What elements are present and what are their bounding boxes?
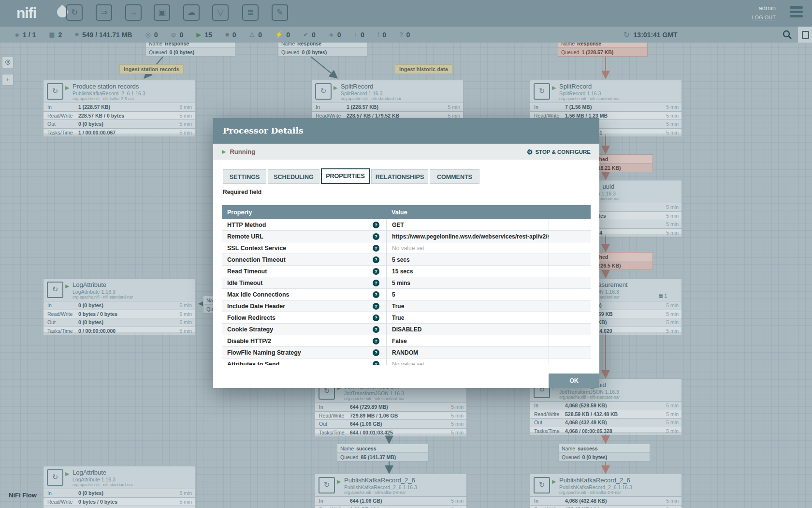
disabled-icon: ⚡ [275, 31, 283, 38]
table-row: Read Timeout?15 secs [222, 266, 591, 277]
processor-bundle: org.apache.nifi - nifi-standard-nar [559, 96, 620, 101]
property-value[interactable]: DISABLED [386, 324, 549, 335]
navigate-palette-button[interactable]: ◎ [2, 57, 14, 68]
table-row: Connection Timeout?5 secs [222, 254, 591, 266]
ok-button[interactable]: OK [549, 374, 599, 388]
new-template-button[interactable] [798, 27, 812, 43]
property-value[interactable]: True [386, 300, 549, 312]
required-field-note: Required field [223, 189, 261, 195]
refresh-icon[interactable]: ↻ [624, 30, 630, 39]
help-icon[interactable]: ? [373, 245, 379, 252]
status-queued: ≡549 / 141.71 MB [75, 31, 132, 39]
invalid-icon: ⚠ [249, 31, 255, 38]
input-port-icon[interactable]: ⇒ [96, 4, 112, 21]
help-icon[interactable]: ? [373, 256, 379, 263]
funnel-icon[interactable]: ▽ [212, 4, 229, 21]
remote-process-group-icon[interactable]: ☁ [183, 4, 200, 21]
nifi-logo: nifi [16, 4, 36, 22]
processor-title: PublishKafkaRecord_2_6 [559, 477, 630, 484]
tab-settings[interactable]: SETTINGS [223, 169, 266, 184]
tab-relationships[interactable]: RELATIONSHIPS [371, 169, 428, 184]
property-value[interactable]: No value set [386, 242, 549, 254]
locally-modified-stale-icon: ! [377, 31, 379, 38]
properties-table: Property Value HTTP Method?GET Remote UR… [222, 205, 591, 365]
property-value[interactable]: 5 secs [386, 254, 549, 265]
processor-card[interactable]: ↻▶ LogAttribute LogAttribute 1.16.3 org.… [43, 466, 195, 508]
property-value[interactable]: 15 secs [386, 266, 549, 277]
stopped-icon: ■ [225, 31, 229, 38]
output-port-icon[interactable]: → [125, 4, 142, 21]
run-status-icon: ▶ [65, 283, 69, 289]
processor-bundle: org.apache.nifi - nifi-kafka-2-6-nar [559, 490, 621, 495]
table-row: Attributes to Send?No value set [222, 359, 591, 365]
processor-card[interactable]: ↻▶ Produce station records PublishKafkaR… [43, 80, 195, 134]
tab-comments[interactable]: COMMENTS [430, 169, 479, 184]
help-icon[interactable]: ? [373, 338, 379, 344]
processor-details-dialog: Processor Details ▶ Running ⚙ STOP & CON… [213, 118, 599, 388]
flow-status-bar: ◈1 / 1 ▦2 ≡549 / 141.71 MB ◎0 ⊘0 ▶15 ■0 … [0, 27, 812, 43]
processor-bundle: org.apache.nifi - nifi-standard-nar [72, 482, 133, 487]
breadcrumb[interactable]: NiFi Flow [9, 492, 37, 499]
processor-type-icon: ↻ [315, 83, 332, 100]
processor-type-icon: ↻ [47, 282, 63, 298]
not-transmitting-icon: ⊘ [171, 31, 176, 38]
status-invalid: ⚠0 [249, 31, 262, 39]
document-icon [802, 31, 809, 39]
label-icon[interactable]: ✎ [272, 4, 288, 21]
property-value[interactable]: 5 [386, 289, 549, 300]
template-icon[interactable]: ≣ [242, 4, 259, 21]
tab-properties[interactable]: PROPERTIES [321, 168, 370, 184]
tab-scheduling[interactable]: SCHEDULING [268, 169, 319, 184]
help-icon[interactable]: ? [373, 233, 379, 240]
stop-and-configure-button[interactable]: ⚙ STOP & CONFIGURE [527, 148, 591, 156]
help-icon[interactable]: ? [373, 349, 379, 356]
processor-bundle: org.apache.nifi - nifi-kafka-2-6-nar [72, 96, 134, 101]
process-group-icon[interactable]: ▣ [154, 4, 170, 21]
property-value[interactable]: RANDOM [386, 347, 549, 358]
property-value[interactable]: No value set [386, 359, 549, 365]
table-row: Follow Redirects?True [222, 312, 591, 324]
property-value[interactable]: 5 mins [386, 277, 549, 288]
dialog-tabs: SETTINGS SCHEDULING PROPERTIES RELATIONS… [223, 168, 481, 184]
processor-type: LogAttribute 1.16.3 [72, 477, 116, 482]
flow-label[interactable]: Ingest historic data [395, 64, 452, 74]
help-icon[interactable]: ? [373, 326, 379, 333]
table-row: Idle Timeout?5 mins [222, 277, 591, 289]
processor-bundle: org.apache.nifi - nifi-standard-nar [344, 396, 405, 401]
help-icon[interactable]: ? [373, 303, 379, 310]
processor-icon[interactable]: ↻ [66, 4, 83, 21]
processor-card[interactable]: ↻▶ PublishKafkaRecord_2_6 PublishKafkaRe… [315, 474, 467, 508]
property-value[interactable]: GET [386, 219, 549, 230]
processor-title: LogAttribute [72, 469, 106, 476]
help-icon[interactable]: ? [373, 268, 379, 275]
stop-configure-icon: ⚙ [527, 148, 533, 156]
processor-type: PublishKafkaRecord_2_6 1.16.3 [344, 484, 417, 490]
operate-palette-button[interactable]: + [2, 74, 14, 86]
status-transmitting: ◎0 [145, 31, 158, 39]
connection-label[interactable]: Namesuccess Queued85 (141.37 MB) [337, 444, 429, 462]
property-value[interactable]: True [386, 312, 549, 323]
connection-label[interactable]: Namesuccess Queued0 (0 bytes) [558, 444, 650, 462]
status-up-to-date: ✔0 [303, 31, 316, 39]
run-status-icon: ▶ [65, 471, 69, 477]
help-icon[interactable]: ? [373, 361, 379, 365]
property-value[interactable]: False [386, 335, 549, 346]
logout-link[interactable]: LOG OUT [752, 15, 776, 20]
processor-card[interactable]: ↻▶ PublishKafkaRecord_2_6 PublishKafkaRe… [530, 474, 682, 508]
flow-label[interactable]: Ingest station records [119, 64, 184, 74]
help-icon[interactable]: ? [373, 291, 379, 298]
global-menu-icon[interactable] [790, 6, 803, 20]
processor-card[interactable]: ↻▶ LogAttribute LogAttribute 1.16.3 org.… [43, 278, 195, 332]
property-value[interactable]: https://www.pegelonline.wsv.de/webservic… [386, 231, 549, 242]
table-row: FlowFile Naming Strategy?RANDOM [222, 347, 591, 359]
help-icon[interactable]: ? [373, 314, 379, 321]
search-icon[interactable] [782, 30, 793, 40]
processor-type-icon: ↻ [534, 477, 550, 493]
table-row: Remote URL?https://www.pegelonline.wsv.d… [222, 231, 591, 242]
help-icon[interactable]: ? [373, 280, 379, 286]
nifi-app: Ingest station records Ingest historic d… [0, 0, 812, 508]
status-sync-failure: ?0 [399, 31, 410, 39]
processor-title: PublishKafkaRecord_2_6 [344, 477, 415, 484]
processor-state-label: Running [230, 148, 255, 155]
help-icon[interactable]: ? [373, 222, 379, 228]
